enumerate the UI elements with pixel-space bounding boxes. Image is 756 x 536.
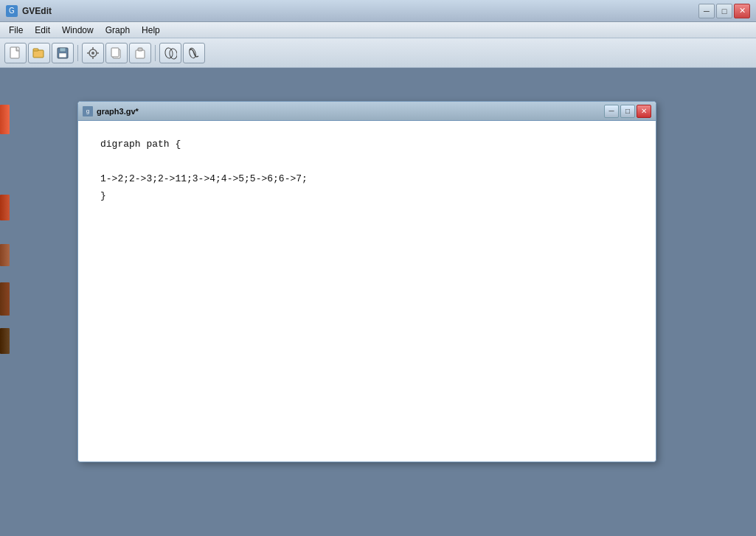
code-line-3: } <box>100 187 634 204</box>
svg-point-7 <box>91 52 94 55</box>
new-button[interactable] <box>4 43 27 63</box>
title-bar: G GVEdit ─ □ ✕ <box>0 0 756 22</box>
svg-rect-14 <box>136 50 145 58</box>
separator-2 <box>155 45 156 61</box>
left-item-3 <box>0 244 10 266</box>
toolbar <box>0 38 756 68</box>
open-button[interactable] <box>28 43 50 63</box>
menu-edit[interactable]: Edit <box>29 24 56 37</box>
doc-minimize-button[interactable]: ─ <box>604 105 619 118</box>
left-sidebar <box>0 68 11 536</box>
code-line-blank1 <box>100 153 634 170</box>
code-line-1: digraph path { <box>100 136 634 153</box>
maximize-button[interactable]: □ <box>716 4 732 18</box>
document-window: g graph3.gv* ─ □ ✕ digraph path { 1->2;2… <box>77 101 656 462</box>
document-icon: g <box>83 106 93 116</box>
app-title: GVEdit <box>22 6 698 16</box>
code-line-2: 1->2;2->3;2->11;3->4;4->5;5->6;6->7; <box>100 170 634 187</box>
svg-rect-13 <box>111 48 119 57</box>
copy-button[interactable] <box>105 43 128 63</box>
svg-rect-15 <box>138 48 142 51</box>
app-icon: G <box>6 5 18 17</box>
doc-close-button[interactable]: ✕ <box>637 105 651 118</box>
doc-maximize-button[interactable]: □ <box>620 105 635 118</box>
minimize-button[interactable]: ─ <box>698 4 715 18</box>
menu-help[interactable]: Help <box>136 24 166 37</box>
save-button[interactable] <box>52 43 74 63</box>
run-fast-button[interactable] <box>183 43 205 63</box>
window-controls: ─ □ ✕ <box>698 4 750 18</box>
svg-rect-4 <box>60 48 66 52</box>
left-item-4 <box>0 282 10 316</box>
document-title: graph3.gv* <box>97 107 604 116</box>
main-area: g graph3.gv* ─ □ ✕ digraph path { 1->2;2… <box>0 68 756 536</box>
menu-window[interactable]: Window <box>56 24 100 37</box>
preferences-button[interactable] <box>82 43 104 63</box>
menu-file[interactable]: File <box>3 24 29 37</box>
svg-point-18 <box>188 47 196 59</box>
svg-rect-2 <box>33 49 38 51</box>
document-title-bar: g graph3.gv* ─ □ ✕ <box>78 102 656 121</box>
menu-graph[interactable]: Graph <box>100 24 136 37</box>
close-button[interactable]: ✕ <box>734 4 750 18</box>
run-button[interactable] <box>159 43 181 63</box>
left-item-1 <box>0 105 10 134</box>
document-controls: ─ □ ✕ <box>604 105 651 118</box>
left-item-2 <box>0 195 10 220</box>
menu-bar: File Edit Window Graph Help <box>0 22 756 38</box>
left-item-5 <box>0 328 10 354</box>
paste-button[interactable] <box>129 43 151 63</box>
svg-rect-0 <box>10 47 19 58</box>
separator-1 <box>77 45 78 61</box>
document-content[interactable]: digraph path { 1->2;2->3;2->11;3->4;4->5… <box>78 121 656 462</box>
svg-rect-5 <box>59 53 66 58</box>
